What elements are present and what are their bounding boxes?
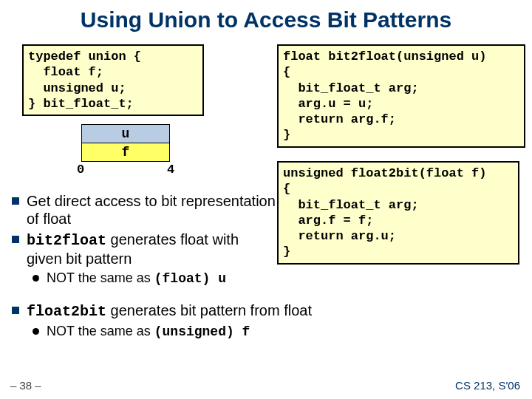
diagram-tick-4: 4	[167, 163, 174, 177]
code-inline: float2bit	[27, 303, 106, 320]
subbullet-3-pre: NOT the same as	[47, 324, 154, 338]
subbullet-2: NOT the same as (float) u	[33, 270, 278, 287]
bullet-list-lower: float2bit generates bit pattern from flo…	[12, 301, 337, 344]
code-bit2float: float bit2float(unsigned u) { bit_float_…	[277, 44, 525, 148]
union-diagram: u f 0 4	[81, 124, 170, 162]
subbullet-2-text: NOT the same as (float) u	[47, 270, 226, 287]
subbullet-2-pre: NOT the same as	[47, 270, 154, 285]
diagram-tick-0: 0	[77, 163, 84, 177]
bullet-3-text: float2bit generates bit pattern from flo…	[27, 301, 312, 321]
bullet-square-icon	[12, 197, 19, 205]
code-typedef: typedef union { float f; unsigned u; } b…	[22, 44, 204, 116]
bullet-2-text: bit2float generates float with given bit…	[27, 231, 278, 267]
page-number: – 38 –	[10, 379, 41, 392]
bullet-2: bit2float generates float with given bit…	[12, 231, 278, 267]
diagram-row-f: f	[81, 143, 170, 162]
bullet-disc-icon	[33, 328, 39, 335]
bullet-square-icon	[12, 307, 19, 314]
subbullet-3-text: NOT the same as (unsigned) f	[47, 324, 250, 341]
subbullet-3: NOT the same as (unsigned) f	[33, 324, 337, 341]
bullet-list-upper: Get direct access to bit representation …	[12, 192, 278, 290]
code-float2bit: unsigned float2bit(float f) { bit_float_…	[277, 161, 519, 265]
code-inline: (float) u	[154, 271, 226, 286]
slide-title: Using Union to Access Bit Patterns	[0, 0, 532, 43]
bullet-1-text: Get direct access to bit representation …	[27, 192, 278, 228]
code-inline: bit2float	[27, 232, 106, 249]
bullet-square-icon	[12, 236, 19, 243]
bullet-3: float2bit generates bit pattern from flo…	[12, 301, 337, 321]
bullet-1: Get direct access to bit representation …	[12, 192, 278, 228]
code-inline: (unsigned) f	[154, 324, 250, 339]
diagram-row-u: u	[81, 124, 170, 143]
bullet-3-tail: generates bit pattern from float	[106, 302, 312, 318]
course-label: CS 213, S'06	[455, 379, 520, 392]
bullet-disc-icon	[33, 275, 39, 282]
